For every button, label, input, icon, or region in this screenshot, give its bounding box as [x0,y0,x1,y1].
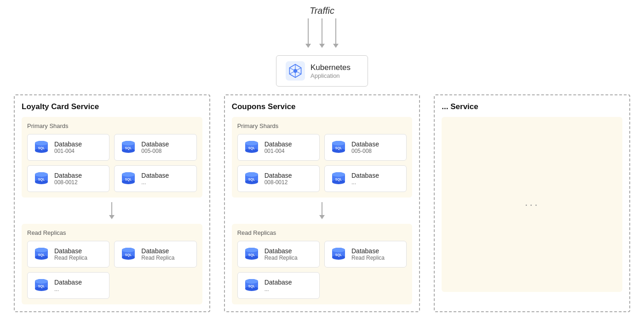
svg-text:SQL: SQL [38,285,45,288]
coupons-replica-3: SQL Database ... [237,272,320,299]
svg-text:SQL: SQL [125,178,132,181]
db-icon: SQL [33,139,50,156]
svg-text:SQL: SQL [335,146,342,150]
coupons-replica-2: SQL Database Read Replica [324,241,407,268]
svg-text:SQL: SQL [248,285,255,288]
ellipsis-content: ··· [442,117,622,292]
kubernetes-title: Kubernetes [310,63,351,72]
svg-text:SQL: SQL [248,253,255,257]
svg-point-54 [245,172,258,177]
coupons-replicas-grid: SQL Database Read Replica [237,241,407,299]
kubernetes-icon [286,61,305,81]
kubernetes-subtitle: Application [310,72,351,79]
svg-text:SQL: SQL [125,146,132,150]
loyalty-db-4: SQL Database ... [114,165,196,192]
loyalty-replica-2-text: Database Read Replica [141,247,174,262]
db-icon: SQL [243,170,260,187]
svg-text:SQL: SQL [38,146,45,150]
arrow-head [319,44,325,48]
loyalty-db-1: SQL Database 001-004 [27,134,109,161]
db-icon: SQL [243,277,260,294]
db-icon: SQL [243,246,260,262]
svg-text:SQL: SQL [38,178,45,181]
coupons-db-3: SQL Database 008-0012 [237,165,320,192]
svg-point-14 [122,141,135,146]
coupons-db-4-text: Database ... [351,172,379,186]
coupons-shards-label: Primary Shards [237,122,407,129]
db-icon: SQL [330,139,347,156]
db-icon: SQL [120,139,137,156]
coupons-db-1: SQL Database 001-004 [237,134,320,161]
loyalty-db-3: SQL Database 008-0012 [27,165,109,192]
traffic-arrows [276,18,368,48]
diagram-container: Traffic Kubernetes [0,0,644,326]
coupons-replicas-box: Read Replicas SQL Database Read Replica [232,224,413,304]
loyalty-primary-shards-box: Primary Shards SQL Database 001-004 [22,117,202,198]
loyalty-replicas-label: Read Replicas [27,229,197,236]
svg-text:SQL: SQL [335,178,342,181]
loyalty-service-title: Loyalty Card Service [22,102,202,111]
coupons-replica-2-text: Database Read Replica [351,247,385,262]
svg-point-69 [332,248,345,252]
svg-point-34 [122,248,135,252]
db-icon: SQL [33,277,50,294]
coupons-primary-shards-box: Primary Shards SQL Database 001-004 [232,117,413,198]
arrow-line [308,18,309,44]
kubernetes-box: Kubernetes Application [276,55,368,87]
svg-point-49 [332,141,345,146]
db-icon: SQL [243,139,260,156]
db-icon: SQL [33,246,50,262]
coupons-replica-3-text: Database ... [264,279,292,293]
traffic-label: Traffic [276,6,368,16]
loyalty-shards-label: Primary Shards [27,122,197,129]
loyalty-replicas-grid: SQL Database Read Replica [27,241,197,299]
loyalty-shards-grid: SQL Database 001-004 SQL [27,134,197,192]
loyalty-replica-1: SQL Database Read Replica [27,241,109,268]
svg-point-44 [245,141,258,146]
loyalty-db-1-text: Database 001-004 [54,140,82,155]
traffic-section: Traffic [276,6,368,48]
arrow-head [333,44,339,48]
traffic-arrow-1 [305,18,311,48]
loyalty-service-section: Loyalty Card Service Primary Shards SQL [14,94,210,312]
coupons-service-section: Coupons Service Primary Shards SQL [224,94,420,312]
loyalty-replicas-box: Read Replicas SQL Database Read Replica [22,224,202,304]
traffic-arrow-3 [333,18,339,48]
services-row: Loyalty Card Service Primary Shards SQL [14,94,630,312]
loyalty-replica-2: SQL Database Read Replica [114,241,196,268]
loyalty-replica-1-text: Database Read Replica [54,247,87,262]
ellipsis-dots: ··· [525,198,540,211]
db-icon: SQL [330,246,347,262]
loyalty-replica-3-text: Database ... [54,279,82,293]
svg-point-24 [122,172,135,177]
svg-point-64 [245,248,258,252]
svg-point-19 [35,172,48,177]
arrow-line [335,18,336,44]
svg-point-74 [245,279,258,284]
loyalty-replica-3: SQL Database ... [27,272,109,299]
kubernetes-text: Kubernetes Application [310,63,351,79]
svg-text:SQL: SQL [38,253,45,257]
ellipsis-service-title: ... Service [442,102,622,111]
svg-text:SQL: SQL [248,146,255,150]
db-icon: SQL [120,170,137,187]
svg-point-5 [293,69,297,73]
svg-text:SQL: SQL [335,253,342,257]
arrow-head [305,44,311,48]
db-icon: SQL [120,246,137,262]
svg-text:SQL: SQL [125,253,132,257]
coupons-db-1-text: Database 001-004 [264,140,292,155]
svg-point-9 [35,141,48,146]
traffic-arrow-2 [319,18,325,48]
ellipsis-service-section: ... Service ··· [434,94,630,312]
arrow-line [322,18,322,44]
coupons-down-arrow [232,198,413,224]
coupons-db-2-text: Database 005-008 [351,140,379,155]
coupons-service-title: Coupons Service [232,102,413,111]
coupons-replica-1-text: Database Read Replica [264,247,298,262]
loyalty-db-2-text: Database 005-008 [141,140,169,155]
coupons-db-2: SQL Database 005-008 [324,134,407,161]
svg-text:SQL: SQL [248,178,255,181]
svg-point-39 [35,279,48,284]
coupons-shards-grid: SQL Database 001-004 SQL [237,134,407,192]
